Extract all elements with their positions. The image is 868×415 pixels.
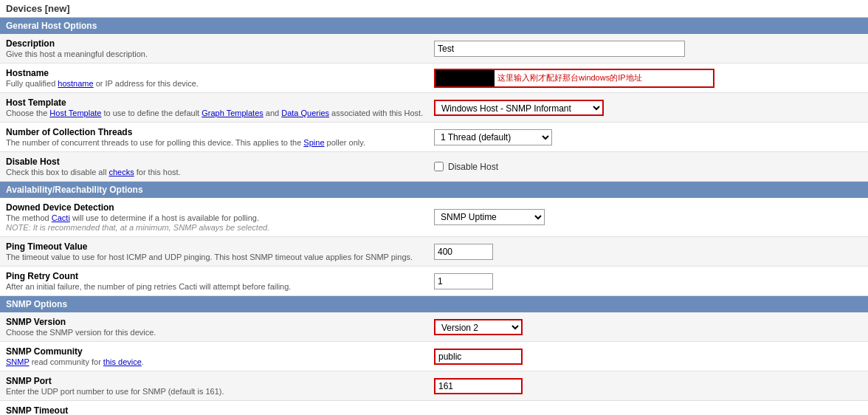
snmp-port-desc: Enter the UDP port number to use for SNM… (6, 387, 425, 396)
general-section-header: General Host Options (0, 18, 868, 34)
disable-host-checkbox-row: Disable Host (434, 162, 498, 172)
snmp-section-header: SNMP Options (0, 296, 868, 312)
description-desc: Give this host a meaningful description. (6, 49, 425, 58)
snmp-timeout-row: SNMP Timeout (0, 401, 868, 415)
snmp-version-row: SNMP Version Choose the SNMP version for… (0, 312, 868, 342)
host-template-desc: Choose the Host Template to use to defin… (6, 109, 425, 117)
hostname-label: Hostname (6, 68, 425, 78)
snmp-timeout-label: SNMP Timeout (6, 405, 425, 415)
ping-retry-label: Ping Retry Count (6, 271, 425, 281)
collection-threads-desc: The number of concurrent threads to use … (6, 138, 425, 147)
ping-timeout-row: Ping Timeout Value The timeout value to … (0, 237, 868, 267)
downed-device-select[interactable]: SNMP Uptime (434, 209, 545, 225)
page-title: Devices [new] (0, 0, 868, 18)
description-input[interactable] (434, 41, 685, 57)
ping-timeout-desc: The timeout value to use for host ICMP a… (6, 253, 425, 261)
ping-timeout-label: Ping Timeout Value (6, 241, 425, 252)
snmp-port-input[interactable] (434, 378, 523, 394)
disable-host-checkbox[interactable] (434, 162, 444, 171)
downed-device-label: Downed Device Detection (6, 202, 425, 213)
downed-device-row: Downed Device Detection The method Cacti… (0, 198, 868, 237)
disable-host-row: Disable Host Check this box to disable a… (0, 152, 868, 182)
disable-host-desc: Check this box to disable all checks for… (6, 168, 425, 176)
snmp-port-label: SNMP Port (6, 376, 425, 386)
snmp-community-desc: SNMP read community for this device. (6, 357, 425, 366)
snmp-community-row: SNMP Community SNMP read community for t… (0, 342, 868, 371)
snmp-port-row: SNMP Port Enter the UDP port number to u… (0, 371, 868, 401)
title-text: Devices [new] (6, 3, 70, 14)
description-label: Description (6, 38, 425, 49)
downed-device-note: NOTE: It is recommended that, at a minim… (6, 223, 425, 232)
hostname-black-box (435, 70, 495, 86)
collection-threads-label: Number of Collection Threads (6, 127, 425, 137)
snmp-community-label: SNMP Community (6, 346, 425, 357)
description-row: Description Give this host a meaningful … (0, 34, 868, 64)
ping-retry-row: Ping Retry Count After an initial failur… (0, 267, 868, 296)
snmp-version-desc: Choose the SNMP version for this device. (6, 328, 425, 337)
ping-retry-desc: After an initial failure, the number of … (6, 282, 425, 291)
snmp-version-label: SNMP Version (6, 317, 425, 327)
host-template-label: Host Template (6, 97, 425, 108)
collection-threads-select[interactable]: 1 Thread (default) (434, 129, 552, 145)
collection-threads-row: Number of Collection Threads The number … (0, 123, 868, 152)
ping-timeout-input[interactable] (434, 244, 493, 260)
hostname-desc: Fully qualified hostname or IP address f… (6, 79, 425, 88)
downed-device-desc: The method Cacti will use to determine i… (6, 213, 425, 222)
disable-host-label: Disable Host (6, 157, 425, 167)
snmp-community-input[interactable] (434, 349, 523, 365)
snmp-version-select[interactable]: Version 2 (434, 319, 523, 335)
host-template-row: Host Template Choose the Host Template t… (0, 93, 868, 123)
availability-section-header: Availability/Reachability Options (0, 182, 868, 198)
disable-host-checkbox-label: Disable Host (448, 162, 498, 172)
page-container: Devices [new] General Host Options Descr… (0, 0, 868, 415)
hostname-input-container[interactable]: 这里输入刚才配好那台windows的IP地址 (434, 69, 714, 88)
ping-retry-input[interactable] (434, 273, 493, 289)
hostname-hint: 这里输入刚才配好那台windows的IP地址 (495, 72, 645, 83)
hostname-row: Hostname Fully qualified hostname or IP … (0, 64, 868, 93)
host-template-select[interactable]: Windows Host - SNMP Informant (434, 100, 604, 116)
